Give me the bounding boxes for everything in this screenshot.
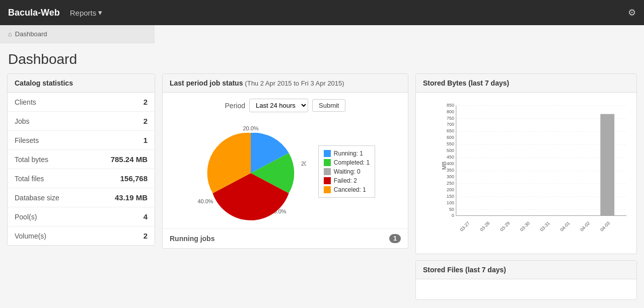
reports-label: Reports: [70, 9, 97, 17]
stored-bytes-card: Stored Bytes (last 7 days) MB: [415, 73, 637, 254]
bar-chart-svg: MB 0 50: [441, 98, 631, 239]
center-panel: Last period job status (Thu 2 Apr 2015 t…: [162, 73, 408, 255]
svg-text:300: 300: [447, 174, 454, 179]
running-jobs-badge: 1: [389, 234, 401, 243]
stat-row: Filesets 1: [8, 131, 155, 150]
legend-text: Canceled: 1: [334, 186, 366, 193]
svg-text:04-03: 04-03: [599, 220, 611, 232]
stat-label: Volume(s): [15, 232, 46, 240]
svg-text:03-31: 03-31: [539, 220, 551, 232]
job-status-card: Last period job status (Thu 2 Apr 2015 t…: [162, 73, 408, 249]
svg-text:850: 850: [447, 103, 454, 108]
svg-text:20.0%: 20.0%: [301, 161, 306, 167]
svg-text:450: 450: [447, 155, 454, 160]
legend-text: Running: 1: [334, 150, 363, 157]
stat-row: Clients 2: [8, 93, 155, 112]
running-jobs-row: Running jobs 1: [163, 228, 408, 248]
left-panel: Catalog statistics Clients 2Jobs 2Filese…: [7, 73, 155, 246]
stored-bytes-header: Stored Bytes (last 7 days): [416, 74, 636, 93]
svg-text:04-01: 04-01: [559, 220, 570, 232]
svg-text:600: 600: [447, 135, 454, 140]
svg-text:800: 800: [447, 109, 454, 114]
legend-item: Failed: 2: [324, 177, 370, 184]
gear-icon[interactable]: ⚙: [628, 7, 636, 18]
bar-04-03: [600, 114, 614, 216]
stat-row: Volume(s) 2: [8, 226, 155, 245]
stat-value: 43.19 MB: [115, 193, 148, 202]
submit-button[interactable]: Submit: [312, 99, 345, 112]
stat-rows-container: Clients 2Jobs 2Filesets 1Total bytes 785…: [8, 93, 155, 245]
period-row: Period Last 24 hours Last 48 hours Last …: [163, 93, 408, 112]
svg-text:0: 0: [452, 213, 454, 218]
svg-text:100: 100: [447, 200, 454, 205]
legend-color-box: [324, 186, 331, 193]
stat-label: Total files: [15, 175, 44, 183]
legend-item: Running: 1: [324, 150, 370, 157]
reports-menu[interactable]: Reports ▾: [70, 8, 103, 17]
svg-text:200: 200: [447, 187, 454, 192]
svg-text:250: 250: [447, 181, 454, 186]
pie-chart-svg: 20.0% 20.0% 20.0% 40.0%: [195, 120, 306, 221]
stat-value: 4: [144, 212, 148, 221]
svg-text:650: 650: [447, 128, 454, 133]
stat-value: 2: [144, 117, 148, 125]
svg-text:550: 550: [447, 141, 454, 146]
page-title: Dashboard: [0, 43, 644, 73]
legend-color-box: [324, 159, 331, 166]
navbar-brand: Bacula-Web: [8, 8, 60, 18]
stat-value: 2: [144, 98, 148, 106]
svg-text:350: 350: [447, 168, 454, 173]
legend-color-box: [324, 168, 331, 175]
right-panel: Stored Bytes (last 7 days) MB: [415, 73, 637, 300]
reports-caret-icon: ▾: [98, 8, 102, 17]
period-label: Period: [225, 102, 245, 110]
svg-text:03-27: 03-27: [459, 220, 471, 232]
stat-row: Pool(s) 4: [8, 207, 155, 226]
breadcrumb-label[interactable]: Dashboard: [15, 30, 47, 38]
svg-text:03-29: 03-29: [499, 220, 511, 232]
main-content: Catalog statistics Clients 2Jobs 2Filese…: [0, 73, 644, 307]
stored-files-body: [416, 279, 636, 299]
job-status-title: Last period job status: [170, 79, 243, 87]
stat-value: 785.24 MB: [111, 155, 148, 164]
stat-row: Database size 43.19 MB: [8, 188, 155, 207]
running-jobs-label: Running jobs: [170, 235, 214, 243]
breadcrumb: ⌂ Dashboard: [0, 25, 155, 43]
home-icon: ⌂: [8, 30, 12, 38]
period-select[interactable]: Last 24 hours Last 48 hours Last week La…: [249, 99, 308, 112]
legend-color-box: [324, 150, 331, 157]
legend-color-box: [324, 177, 331, 184]
stat-label: Database size: [15, 194, 59, 202]
stat-label: Total bytes: [15, 156, 48, 164]
svg-text:150: 150: [447, 194, 454, 199]
job-status-header: Last period job status (Thu 2 Apr 2015 t…: [163, 74, 408, 93]
legend-item: Canceled: 1: [324, 186, 370, 193]
stored-files-card: Stored Files (last 7 days): [415, 260, 637, 300]
stat-value: 156,768: [120, 174, 148, 183]
job-status-subtitle: (Thu 2 Apr 2015 to Fri 3 Apr 2015): [245, 80, 344, 87]
stored-files-header: Stored Files (last 7 days): [416, 261, 636, 279]
stat-label: Jobs: [15, 117, 30, 125]
legend-text: Waiting: 0: [334, 168, 361, 175]
stat-value: 1: [144, 136, 148, 144]
legend-item: Completed: 1: [324, 159, 370, 166]
catalog-stats-header: Catalog statistics: [8, 74, 155, 93]
stat-row: Total bytes 785.24 MB: [8, 150, 155, 169]
navbar: Bacula-Web Reports ▾ ⚙: [0, 0, 644, 25]
catalog-stats-card: Catalog statistics Clients 2Jobs 2Filese…: [7, 73, 155, 246]
svg-text:50: 50: [449, 207, 454, 212]
svg-text:03-28: 03-28: [479, 220, 490, 232]
stat-label: Clients: [15, 98, 36, 106]
stat-label: Filesets: [15, 136, 39, 144]
svg-text:03-30: 03-30: [519, 220, 531, 232]
pie-chart-container: 20.0% 20.0% 20.0% 40.0%: [195, 120, 306, 222]
navbar-left: Bacula-Web Reports ▾: [8, 8, 102, 18]
legend-text: Completed: 1: [334, 159, 370, 166]
stat-value: 2: [144, 232, 148, 240]
svg-text:40.0%: 40.0%: [197, 198, 213, 204]
svg-text:400: 400: [447, 161, 454, 166]
pie-legend: Running: 1 Completed: 1 Waiting: 0 Faile…: [318, 145, 375, 198]
stat-row: Jobs 2: [8, 112, 155, 131]
legend-item: Waiting: 0: [324, 168, 370, 175]
bar-chart-container: MB 0 50: [416, 93, 636, 254]
